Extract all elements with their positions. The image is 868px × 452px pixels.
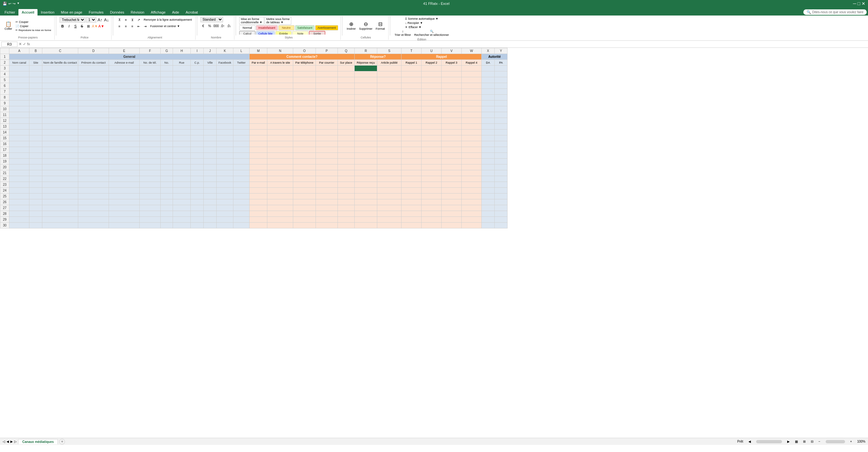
cell-3-4[interactable] <box>109 66 140 71</box>
cell-autorite-7-0[interactable] <box>482 89 495 95</box>
cell-rappel-25-2[interactable] <box>442 194 462 199</box>
cell-14-0[interactable] <box>9 130 29 135</box>
table-format-button[interactable]: Mettre sous formede tableau ▼ <box>265 17 291 25</box>
cell-22-1[interactable] <box>29 176 42 182</box>
cell-20-6[interactable] <box>161 164 173 170</box>
cell-7-10[interactable] <box>217 89 234 95</box>
cell-G2[interactable]: No. <box>161 60 173 66</box>
cell-5-1[interactable] <box>29 77 42 83</box>
cell-14-9[interactable] <box>204 130 217 135</box>
cell-orange-28-5[interactable] <box>354 211 377 217</box>
cell-29-7[interactable] <box>173 217 191 223</box>
cell-8-11[interactable] <box>234 95 250 100</box>
cell-29-4[interactable] <box>109 217 140 223</box>
cell-rappel-27-2[interactable] <box>442 205 462 211</box>
col-header-W[interactable]: W <box>462 48 482 54</box>
cell-rappel-21-3[interactable] <box>462 170 482 176</box>
cell-4-11[interactable] <box>234 71 250 77</box>
cell-orange-9-6[interactable] <box>377 100 402 106</box>
cell-orange-13-5[interactable] <box>354 124 377 130</box>
cell-orange-10-1[interactable] <box>267 106 293 112</box>
cell-autorite-21-1[interactable] <box>495 170 507 176</box>
view-page-break-icon[interactable]: ⊟ <box>811 440 813 443</box>
cell-X1[interactable]: Autorité <box>482 54 507 60</box>
cell-rappel-15-0[interactable] <box>402 135 422 141</box>
cell-T2[interactable]: Rappel 1 <box>402 60 422 66</box>
cell-autorite-21-0[interactable] <box>482 170 495 176</box>
cell-E2[interactable]: Adresse e-mail <box>109 60 140 66</box>
cell-7-8[interactable] <box>191 89 204 95</box>
cell-orange-26-4[interactable] <box>338 199 354 205</box>
cell-autorite-6-0[interactable] <box>482 83 495 89</box>
cell-autorite-24-0[interactable] <box>482 188 495 194</box>
cell-orange-29-0[interactable] <box>250 217 267 223</box>
cell-13-5[interactable] <box>140 124 161 130</box>
cell-rappel-17-1[interactable] <box>422 147 442 153</box>
cell-30-6[interactable] <box>161 223 173 228</box>
cell-orange-27-2[interactable] <box>293 205 316 211</box>
cell-20-8[interactable] <box>191 164 204 170</box>
cell-26-4[interactable] <box>109 199 140 205</box>
cell-rappel-18-0[interactable] <box>402 153 422 159</box>
cell-rappel-24-1[interactable] <box>422 188 442 194</box>
cell-17-7[interactable] <box>173 147 191 153</box>
cell-8-4[interactable] <box>109 95 140 100</box>
cell-rappel-7-3[interactable] <box>462 89 482 95</box>
cell-7-6[interactable] <box>161 89 173 95</box>
cell-10-0[interactable] <box>9 106 29 112</box>
cell-orange-26-1[interactable] <box>267 199 293 205</box>
cell-orange-23-3[interactable] <box>316 182 338 188</box>
cell-19-6[interactable] <box>161 159 173 164</box>
cell-17-11[interactable] <box>234 147 250 153</box>
cell-rappel-10-1[interactable] <box>422 106 442 112</box>
cell-rappel-30-1[interactable] <box>422 223 442 228</box>
cell-orange-6-5[interactable] <box>354 83 377 89</box>
cell-rappel-4-0[interactable] <box>402 71 422 77</box>
cell-30-2[interactable] <box>42 223 78 228</box>
cell-rappel-16-2[interactable] <box>442 141 462 147</box>
cell-rappel-29-0[interactable] <box>402 217 422 223</box>
cell-24-7[interactable] <box>173 188 191 194</box>
cell-orange-11-1[interactable] <box>267 112 293 118</box>
cell-orange-15-2[interactable] <box>293 135 316 141</box>
cell-15-1[interactable] <box>29 135 42 141</box>
cell-17-10[interactable] <box>217 147 234 153</box>
cell-rappel-22-2[interactable] <box>442 176 462 182</box>
cell-orange-22-0[interactable] <box>250 176 267 182</box>
cell-10-1[interactable] <box>29 106 42 112</box>
cell-orange-16-6[interactable] <box>377 141 402 147</box>
thousands-button[interactable]: 000 <box>213 23 219 29</box>
cell-25-5[interactable] <box>140 194 161 199</box>
cell-28-10[interactable] <box>217 211 234 217</box>
cell-14-5[interactable] <box>140 130 161 135</box>
cell-21-0[interactable] <box>9 170 29 176</box>
cell-23-2[interactable] <box>42 182 78 188</box>
style-good[interactable]: Satisfaisant <box>295 25 315 30</box>
cell-21-9[interactable] <box>204 170 217 176</box>
cell-7-3[interactable] <box>78 89 109 95</box>
col-header-U[interactable]: U <box>422 48 442 54</box>
cell-orange-19-4[interactable] <box>338 159 354 164</box>
cell-rappel-3-0[interactable] <box>402 66 422 71</box>
col-header-J[interactable]: J <box>204 48 217 54</box>
cell-orange-23-1[interactable] <box>267 182 293 188</box>
cell-rappel-11-3[interactable] <box>462 112 482 118</box>
cell-19-9[interactable] <box>204 159 217 164</box>
copy-button[interactable]: 📄 Copier <box>14 24 53 28</box>
cell-14-11[interactable] <box>234 130 250 135</box>
cell-25-10[interactable] <box>217 194 234 199</box>
cell-rappel-3-1[interactable] <box>422 66 442 71</box>
cell-orange-7-6[interactable] <box>377 89 402 95</box>
cell-autorite-22-0[interactable] <box>482 176 495 182</box>
cell-28-0[interactable] <box>9 211 29 217</box>
cell-9-7[interactable] <box>173 100 191 106</box>
font-family-select[interactable]: Trebuchet MS <box>60 17 85 23</box>
cell-orange-27-3[interactable] <box>316 205 338 211</box>
cell-orange-14-0[interactable] <box>250 130 267 135</box>
cell-orange-24-5[interactable] <box>354 188 377 194</box>
cell-orange-20-2[interactable] <box>293 164 316 170</box>
cell-26-8[interactable] <box>191 199 204 205</box>
quick-undo-icon[interactable]: ↩ <box>8 2 11 6</box>
font-size-select[interactable]: 11 <box>86 17 96 23</box>
cell-orange-17-0[interactable] <box>250 147 267 153</box>
